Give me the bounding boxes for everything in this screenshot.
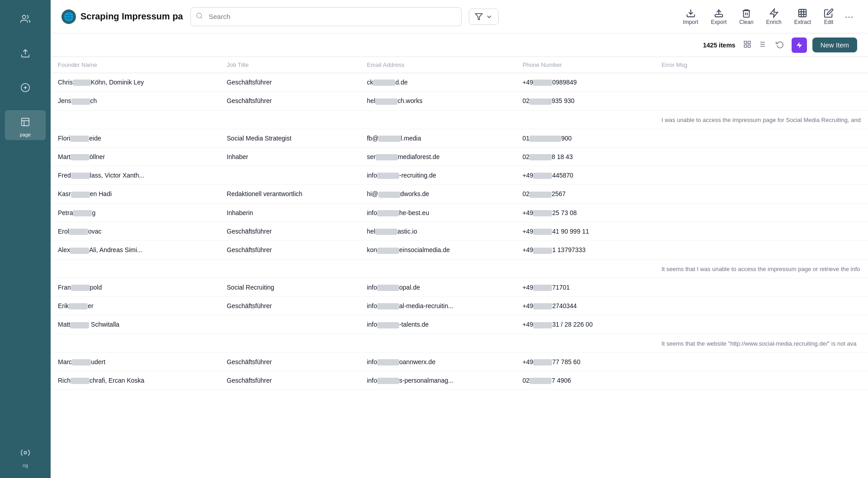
blurred-text (533, 229, 552, 235)
email-cell: info al-media-recruitin... (359, 296, 515, 315)
error-cell (654, 241, 868, 259)
list-icon (758, 40, 766, 48)
data-table-container: Founder Name Job Title Email Address Pho… (51, 57, 868, 478)
more-button[interactable]: ⋯ (841, 9, 857, 25)
blurred-text (69, 229, 88, 235)
founder-cell: Flori eide (51, 129, 220, 147)
job-cell (220, 166, 360, 185)
extract-label: Extract (794, 19, 811, 25)
upload-icon (16, 44, 34, 62)
main-content: 🌐 Scraping Impressum pa (51, 0, 868, 478)
error-cell (654, 222, 868, 241)
svg-rect-16 (744, 41, 746, 43)
export-button[interactable]: Export (706, 5, 732, 28)
edit-button[interactable]: Edit (818, 5, 839, 28)
phone-cell: +49 31 / 28 226 00 (515, 315, 655, 334)
error-text: I was unable to access the impressum pag… (661, 117, 861, 123)
grid-view-button[interactable] (741, 38, 754, 52)
phone-cell: +49 71701 (515, 278, 655, 296)
col-header-email: Email Address (359, 57, 515, 73)
search-input[interactable] (190, 7, 462, 26)
blurred-text (377, 322, 399, 328)
search-container (190, 7, 462, 26)
phone-cell: 02 7 4906 (515, 371, 655, 389)
founder-cell: Marc udert (51, 352, 220, 371)
ai-button[interactable] (792, 37, 807, 53)
svg-rect-15 (799, 9, 807, 17)
founder-cell: Matt Schwitalla (51, 315, 220, 334)
sidebar-item-ng[interactable]: ng (5, 441, 46, 471)
blurred-text (529, 378, 552, 384)
phone-cell: +49 25 73 08 (515, 203, 655, 222)
empty-cell (51, 334, 654, 352)
sidebar-item-add[interactable] (5, 76, 46, 99)
svg-rect-18 (744, 45, 746, 47)
blurred-text (72, 359, 91, 366)
phone-cell: +49 0989849 (515, 73, 655, 92)
error-cell (654, 92, 868, 110)
table-row: Flori eide Social Media Strategist fb@ l… (51, 129, 868, 147)
svg-marker-10 (475, 14, 482, 20)
blurred-text (529, 192, 552, 198)
error-cell (654, 352, 868, 371)
enrich-button[interactable]: Enrich (761, 5, 787, 28)
add-icon (16, 79, 34, 97)
table-row: Marc udert Geschäftsführer info oannwerx… (51, 352, 868, 371)
job-cell: Geschäftsführer (220, 92, 360, 110)
phone-cell: +49 445870 (515, 166, 655, 185)
new-item-button[interactable]: New Item (812, 37, 857, 52)
sidebar-item-people[interactable] (5, 7, 46, 31)
error-cell (654, 166, 868, 185)
founder-cell: Erik er (51, 296, 220, 315)
email-cell: info -talents.de (359, 315, 515, 334)
blurred-text (533, 248, 552, 254)
founder-cell: Fran pold (51, 278, 220, 296)
blurred-text (533, 173, 552, 179)
history-icon (776, 40, 784, 48)
table-row: Matt Schwitalla info -talents.de +49 31 … (51, 315, 868, 334)
table-row: I was unable to access the impressum pag… (51, 110, 868, 129)
error-cell (654, 296, 868, 315)
error-cell (654, 371, 868, 389)
svg-rect-5 (22, 118, 29, 126)
blurred-text (70, 248, 89, 254)
enrich-label: Enrich (766, 19, 782, 25)
blurred-text (533, 285, 552, 291)
sidebar-item-page[interactable]: page (5, 110, 46, 140)
svg-marker-26 (797, 42, 802, 48)
phone-cell: 02 2567 (515, 185, 655, 203)
sidebar-item-upload[interactable] (5, 42, 46, 65)
filter-button[interactable] (469, 9, 499, 25)
error-text: It seems that I was unable to access the… (661, 266, 860, 272)
job-cell: Social Recruiting (220, 278, 360, 296)
blurred-text (377, 303, 399, 309)
history-button[interactable] (774, 38, 786, 52)
export-label: Export (711, 19, 727, 25)
founder-cell: Mart öllner (51, 147, 220, 166)
edit-label: Edit (824, 19, 834, 25)
error-cell (654, 185, 868, 203)
job-cell: Redaktionell verantwortlich (220, 185, 360, 203)
error-msg-cell: I was unable to access the impressum pag… (654, 110, 868, 129)
error-cell (654, 315, 868, 334)
blurred-text (71, 192, 90, 198)
blurred-text (70, 322, 89, 328)
clean-button[interactable]: Clean (734, 5, 759, 28)
blurred-text (533, 80, 552, 86)
clean-icon (741, 8, 751, 18)
list-view-button[interactable] (755, 38, 768, 52)
error-msg-cell: It seems that the website "http://www.so… (654, 334, 868, 352)
col-header-phone: Phone Number (515, 57, 655, 73)
import-button[interactable]: Import (678, 5, 704, 28)
job-cell: Inhaberin (220, 203, 360, 222)
email-cell: ser mediaforest.de (359, 147, 515, 166)
phone-cell: 02 8 18 43 (515, 147, 655, 166)
job-cell: Inhaber (220, 147, 360, 166)
blurred-text (73, 210, 92, 216)
job-cell: Geschäftsführer (220, 371, 360, 389)
error-cell (654, 73, 868, 92)
action-bar: 1425 items (51, 33, 868, 57)
edit-icon (824, 8, 834, 18)
svg-rect-17 (748, 41, 750, 43)
extract-button[interactable]: Extract (789, 5, 816, 28)
